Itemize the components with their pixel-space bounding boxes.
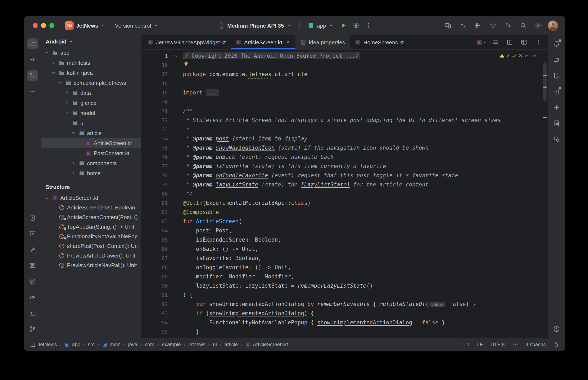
code-line[interactable]: 78 * @param onToggleFavorite (event) req… (141, 171, 548, 180)
caret-position-widget[interactable]: 1:1 (463, 342, 469, 347)
indent-config-widget[interactable]: 4 spaces (526, 342, 546, 347)
run-configuration-selector[interactable]: app (305, 20, 337, 31)
structure-item-sharepost-post-context-un[interactable]: fsharePost(Post, Context): Un (41, 241, 141, 251)
app-quality-insights-tool-button[interactable] (27, 276, 38, 287)
line-number[interactable]: 84 (141, 228, 169, 234)
code-line[interactable]: 73 * (141, 125, 548, 134)
terminal-tool-button[interactable] (27, 308, 38, 319)
code-line[interactable]: 70 (141, 97, 548, 107)
notifications-tool-button[interactable] (551, 38, 562, 49)
device-manager-tool-button[interactable] (551, 70, 562, 81)
code-line[interactable]: 72 * Stateless Article Screen that displ… (141, 116, 548, 125)
line-number[interactable]: 89 (141, 274, 169, 280)
plugins-button[interactable] (487, 20, 498, 31)
code-line[interactable]: 94 FunctionalityNotAvailablePopup { show… (141, 318, 548, 327)
structure-item-articlescreen-post-boolean[interactable]: fArticleScreen(Post, Boolean, (41, 203, 141, 212)
line-number[interactable]: 80 (141, 191, 169, 197)
code-line[interactable]: 88 onToggleFavorite: () -> Unit, (141, 263, 548, 272)
code-line[interactable]: 71/** (141, 107, 548, 116)
version-control-tool-button[interactable] (27, 323, 38, 334)
tree-toggle[interactable] (71, 131, 77, 135)
gradle-tool-button[interactable] (551, 54, 562, 65)
breadcrumb-src[interactable]: src (88, 342, 95, 347)
close-tab-icon[interactable] (286, 40, 291, 45)
code-editor[interactable]: 1/ Copyright 2020 The Android Open Sourc… (141, 50, 548, 338)
code-line[interactable]: 81@OptIn(ExperimentalMaterial3Api::class… (141, 199, 548, 208)
device-file-explorer-tool-button[interactable] (551, 118, 562, 129)
inspections-widget[interactable]: 2 3 (497, 52, 539, 59)
scrollbar-thumb[interactable] (543, 62, 547, 101)
vcs-widget[interactable]: Version control (112, 21, 162, 30)
line-number[interactable]: 82 (141, 209, 169, 215)
line-number[interactable]: 19 (141, 90, 169, 96)
tree-item-ui[interactable]: ui (41, 118, 141, 128)
structure-item-functionalitynotavailablepop[interactable]: fFunctionalityNotAvailablePop (41, 232, 141, 241)
line-number[interactable]: 90 (141, 283, 169, 289)
line-number[interactable]: 75 (141, 145, 169, 151)
tab-jetnewsglanceappwidget-kt[interactable]: JetnewsGlanceAppWidget.kt (143, 35, 231, 49)
line-number[interactable]: 70 (141, 99, 169, 105)
editor-status-widget[interactable] (512, 342, 518, 347)
tree-item-com-example-jetnews[interactable]: com.example.jetnews (41, 78, 141, 88)
code-line[interactable]: 19import ... (141, 88, 548, 97)
tab-idea-properties[interactable]: idea.properties (296, 35, 350, 49)
app-inspection-tool-button[interactable] (551, 134, 562, 145)
user-avatar[interactable] (548, 20, 558, 31)
warning-stripe-mark[interactable] (543, 87, 547, 88)
structure-tool-button[interactable] (27, 70, 38, 81)
project-widget[interactable]: JN JetNews (62, 19, 109, 32)
minimize-window-button[interactable] (41, 23, 46, 28)
line-number[interactable]: 79 (141, 182, 169, 188)
line-number[interactable]: 93 (141, 311, 169, 316)
line-number[interactable]: 1 (141, 53, 169, 59)
code-line[interactable]: 76 * @param onBack (event) request navig… (141, 152, 548, 162)
breadcrumb-com[interactable]: com (145, 342, 154, 347)
code-line[interactable]: 79 * @param lazyListState (state) the [L… (141, 180, 548, 189)
breadcrumb-app[interactable]: app (64, 342, 80, 347)
tree-toggle[interactable] (64, 90, 70, 95)
hidden-tabs-dropdown[interactable] (476, 37, 487, 48)
tree-toggle[interactable] (64, 100, 70, 105)
line-separator-widget[interactable]: LF (477, 342, 483, 347)
problems-tool-button[interactable] (551, 323, 562, 334)
code-line[interactable]: 95 } (141, 327, 548, 337)
tree-toggle[interactable] (51, 70, 57, 75)
breadcrumb-main[interactable]: main (102, 342, 121, 347)
warning-stripe-mark[interactable] (543, 117, 547, 118)
tree-toggle[interactable] (51, 60, 57, 65)
commit-tool-button[interactable] (27, 54, 38, 65)
more-options-button[interactable] (533, 37, 544, 48)
tree-item-data[interactable]: data (41, 88, 141, 98)
tab-articlescreen-kt[interactable]: ArticleScreen.kt (231, 35, 295, 49)
tree-item-model[interactable]: model (41, 108, 141, 118)
code-line[interactable]: 77 * @param isFavorite (state) is this i… (141, 162, 548, 171)
gemini-tool-button[interactable] (551, 102, 562, 113)
settings-button[interactable] (533, 20, 544, 31)
tab-list-button[interactable] (490, 37, 501, 48)
split-editor-button[interactable] (504, 37, 515, 48)
line-number[interactable]: 92 (141, 301, 169, 307)
breadcrumb-java[interactable]: java (128, 342, 137, 347)
file-encoding-widget[interactable]: UTF-8 (490, 342, 505, 347)
prev-problem-chevron-up-icon[interactable] (524, 53, 529, 58)
tree-item-kotlin-java[interactable]: kotlin+java (41, 68, 141, 78)
tree-toggle[interactable] (64, 110, 70, 115)
close-window-button[interactable] (33, 23, 38, 28)
tree-item-app[interactable]: app (41, 48, 141, 58)
tree-item-postcontent-kt[interactable]: PostContent.kt (41, 148, 141, 158)
editor-scrollbar[interactable] (542, 50, 548, 338)
profiler-tool-button[interactable] (27, 292, 38, 303)
code-line[interactable]: 89 modifier: Modifier = Modifier, (141, 272, 548, 281)
code-line[interactable]: 1/ Copyright 2020 The Android Open Sourc… (141, 51, 548, 61)
line-number[interactable]: 94 (141, 320, 169, 326)
more-run-options-button[interactable] (363, 20, 374, 31)
code-line[interactable]: 86 onBack: () -> Unit, (141, 245, 548, 254)
device-mirroring-button[interactable] (442, 20, 453, 31)
code-line[interactable]: 17package com.example.jetnews.ui.article (141, 70, 548, 79)
tree-item-articlescreen-kt[interactable]: ArticleScreen.kt (41, 138, 141, 148)
line-number[interactable]: 77 (141, 163, 169, 169)
code-line[interactable]: 90 lazyListState: LazyListState = rememb… (141, 281, 548, 290)
line-number[interactable]: 73 (141, 127, 169, 133)
code-line[interactable]: 87 isFavorite: Boolean, (141, 254, 548, 263)
line-number[interactable]: 72 (141, 117, 169, 123)
